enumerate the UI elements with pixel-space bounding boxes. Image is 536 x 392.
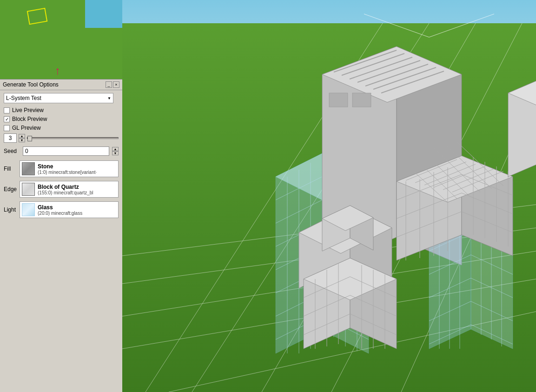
fill-label: Fill [4, 166, 17, 172]
fill-material-name: Stone [38, 163, 97, 170]
edge-row: Edge Block of Quartz (155:0) minecraft:q… [4, 181, 119, 198]
fill-material-id: (1:0) minecraft:stone[variant· [38, 170, 97, 175]
algorithm-selected: L-System Test [6, 95, 41, 101]
quartz-icon [22, 183, 35, 196]
block-preview-checkbox[interactable]: ✓ [4, 116, 10, 122]
svg-rect-56 [329, 93, 348, 107]
iterations-spinners: ▲ ▼ [19, 134, 25, 142]
fill-row: Fill Stone (1:0) minecraft:stone[variant… [4, 160, 119, 177]
map-water [85, 0, 122, 28]
iterations-up-button[interactable]: ▲ [19, 134, 25, 138]
iterations-down-button[interactable]: ▼ [19, 138, 25, 142]
edge-label: Edge [4, 186, 17, 193]
seed-up-button[interactable]: ▲ [112, 147, 119, 151]
light-block-selector[interactable]: Glass (20:0) minecraft:glass [20, 201, 119, 218]
light-material-id: (20:0) minecraft:glass [38, 211, 82, 216]
minimize-button[interactable]: _ [106, 81, 112, 88]
light-material-info: Glass (20:0) minecraft:glass [38, 204, 82, 216]
chevron-down-icon: ▼ [107, 96, 111, 100]
stone-icon [22, 162, 35, 175]
seed-down-button[interactable]: ▼ [112, 151, 119, 155]
algorithm-dropdown[interactable]: L-System Test ▼ [4, 93, 113, 103]
glass-icon [22, 203, 35, 216]
main-3d-view[interactable] [122, 0, 536, 392]
fill-block-selector[interactable]: Stone (1:0) minecraft:stone[variant· [20, 160, 119, 177]
gl-preview-label: GL Preview [12, 125, 41, 131]
iterations-value: 3 [4, 133, 17, 143]
fill-material-info: Stone (1:0) minecraft:stone[variant· [38, 163, 97, 175]
iterations-slider-track[interactable] [27, 137, 119, 139]
iterations-row: 3 ▲ ▼ [4, 133, 119, 143]
tool-options-body: L-System Test ▼ Live Preview ✓ Block Pre… [0, 90, 122, 225]
tool-options-header: Generate Tool Options _ × [0, 80, 122, 90]
light-label: Light [4, 206, 17, 213]
edge-material-name: Block of Quartz [38, 184, 93, 190]
edge-material-id: (155:0) minecraft:quartz_bl [38, 190, 93, 195]
block-preview-row: ✓ Block Preview [4, 116, 119, 122]
seed-input[interactable] [23, 146, 109, 156]
gl-preview-checkbox[interactable] [4, 125, 10, 131]
edge-material-info: Block of Quartz (155:0) minecraft:quartz… [38, 184, 93, 195]
left-panel: ↑ Generate Tool Options _ × L-System Tes… [0, 0, 122, 392]
light-material-name: Glass [38, 204, 82, 211]
light-row: Light Glass (20:0) minecraft:glass [4, 201, 119, 218]
live-preview-checkbox[interactable] [4, 107, 10, 113]
edge-block-selector[interactable]: Block of Quartz (155:0) minecraft:quartz… [20, 181, 119, 198]
map-marker [27, 8, 48, 25]
close-button[interactable]: × [113, 81, 119, 88]
gl-preview-row: GL Preview [4, 125, 119, 131]
seed-row: Seed ▲ ▼ [4, 146, 119, 156]
scene-svg [122, 0, 536, 392]
svg-rect-57 [352, 93, 371, 107]
block-preview-label: Block Preview [12, 116, 47, 122]
live-preview-label: Live Preview [12, 107, 44, 113]
iterations-slider-thumb[interactable] [27, 136, 32, 141]
map-view: ↑ [0, 0, 122, 79]
header-buttons: _ × [106, 81, 119, 88]
seed-spinners: ▲ ▼ [112, 147, 119, 155]
tool-options-title: Generate Tool Options [3, 81, 59, 88]
tool-options-panel: Generate Tool Options _ × L-System Test … [0, 79, 122, 392]
seed-label: Seed [4, 148, 20, 154]
live-preview-row: Live Preview [4, 107, 119, 113]
